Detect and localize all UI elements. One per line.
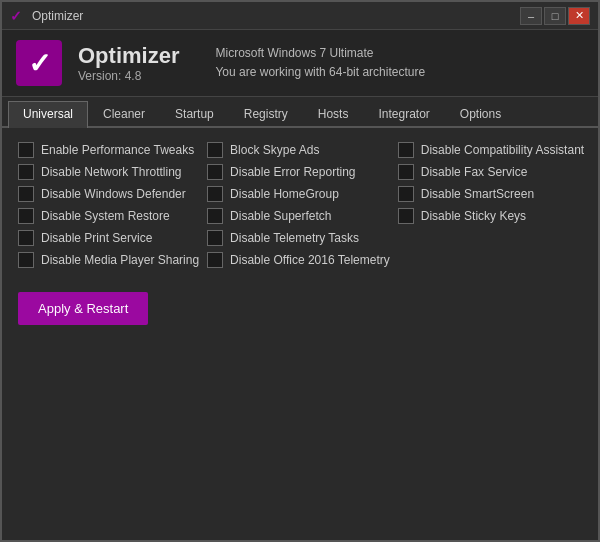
option-media-share[interactable]: Disable Media Player Sharing: [18, 252, 199, 268]
content-area: Enable Performance Tweaks Block Skype Ad…: [2, 128, 598, 540]
options-grid: Enable Performance Tweaks Block Skype Ad…: [18, 142, 582, 268]
label-smartscreen: Disable SmartScreen: [421, 187, 534, 201]
option-superfetch[interactable]: Disable Superfetch: [207, 208, 390, 224]
app-version: Version: 4.8: [78, 69, 179, 83]
label-compat-asst: Disable Compatibility Assistant: [421, 143, 584, 157]
label-office-tel: Disable Office 2016 Telemetry: [230, 253, 390, 267]
option-win-defender[interactable]: Disable Windows Defender: [18, 186, 199, 202]
tab-bar: Universal Cleaner Startup Registry Hosts…: [2, 97, 598, 128]
checkbox-sys-restore[interactable]: [18, 208, 34, 224]
tab-integrator[interactable]: Integrator: [363, 101, 444, 126]
label-media-share: Disable Media Player Sharing: [41, 253, 199, 267]
title-bar-buttons: – □ ✕: [520, 7, 590, 25]
checkbox-error-rep[interactable]: [207, 164, 223, 180]
tab-registry[interactable]: Registry: [229, 101, 303, 126]
option-telemetry[interactable]: Disable Telemetry Tasks: [207, 230, 390, 246]
option-smartscreen[interactable]: Disable SmartScreen: [398, 186, 584, 202]
option-error-rep[interactable]: Disable Error Reporting: [207, 164, 390, 180]
label-homegroup: Disable HomeGroup: [230, 187, 339, 201]
title-bar-left: ✓ Optimizer: [10, 8, 83, 24]
checkbox-skype-ads[interactable]: [207, 142, 223, 158]
label-print-svc: Disable Print Service: [41, 231, 152, 245]
option-sticky-keys[interactable]: Disable Sticky Keys: [398, 208, 584, 224]
option-print-svc[interactable]: Disable Print Service: [18, 230, 199, 246]
label-fax-svc: Disable Fax Service: [421, 165, 528, 179]
tab-universal[interactable]: Universal: [8, 101, 88, 128]
checkmark-icon: ✓: [28, 47, 51, 80]
option-compat-asst[interactable]: Disable Compatibility Assistant: [398, 142, 584, 158]
checkbox-smartscreen[interactable]: [398, 186, 414, 202]
app-name: Optimizer: [78, 43, 179, 69]
header: ✓ Optimizer Version: 4.8 Microsoft Windo…: [2, 30, 598, 97]
close-button[interactable]: ✕: [568, 7, 590, 25]
checkbox-office-tel[interactable]: [207, 252, 223, 268]
checkbox-win-defender[interactable]: [18, 186, 34, 202]
label-sticky-keys: Disable Sticky Keys: [421, 209, 526, 223]
checkbox-telemetry[interactable]: [207, 230, 223, 246]
option-homegroup[interactable]: Disable HomeGroup: [207, 186, 390, 202]
label-skype-ads: Block Skype Ads: [230, 143, 319, 157]
option-perf-tweaks[interactable]: Enable Performance Tweaks: [18, 142, 199, 158]
header-info: Microsoft Windows 7 Ultimate You are wor…: [215, 44, 425, 82]
title-bar-icon: ✓: [10, 8, 26, 24]
main-window: ✓ Optimizer – □ ✕ ✓ Optimizer Version: 4…: [0, 0, 600, 542]
title-bar-text: Optimizer: [32, 9, 83, 23]
option-office-tel[interactable]: Disable Office 2016 Telemetry: [207, 252, 390, 268]
tab-hosts[interactable]: Hosts: [303, 101, 364, 126]
checkbox-print-svc[interactable]: [18, 230, 34, 246]
option-net-throttle[interactable]: Disable Network Throttling: [18, 164, 199, 180]
checkbox-perf-tweaks[interactable]: [18, 142, 34, 158]
option-sys-restore[interactable]: Disable System Restore: [18, 208, 199, 224]
checkbox-fax-svc[interactable]: [398, 164, 414, 180]
label-error-rep: Disable Error Reporting: [230, 165, 355, 179]
label-superfetch: Disable Superfetch: [230, 209, 331, 223]
app-logo: ✓: [16, 40, 62, 86]
header-title-block: Optimizer Version: 4.8: [78, 43, 179, 83]
tab-cleaner[interactable]: Cleaner: [88, 101, 160, 126]
title-bar: ✓ Optimizer – □ ✕: [2, 2, 598, 30]
checkbox-compat-asst[interactable]: [398, 142, 414, 158]
minimize-button[interactable]: –: [520, 7, 542, 25]
label-net-throttle: Disable Network Throttling: [41, 165, 182, 179]
os-info: Microsoft Windows 7 Ultimate: [215, 44, 425, 63]
apply-restart-button[interactable]: Apply & Restart: [18, 292, 148, 325]
checkbox-homegroup[interactable]: [207, 186, 223, 202]
checkbox-sticky-keys[interactable]: [398, 208, 414, 224]
option-fax-svc[interactable]: Disable Fax Service: [398, 164, 584, 180]
label-sys-restore: Disable System Restore: [41, 209, 170, 223]
checkbox-superfetch[interactable]: [207, 208, 223, 224]
checkbox-media-share[interactable]: [18, 252, 34, 268]
maximize-button[interactable]: □: [544, 7, 566, 25]
label-win-defender: Disable Windows Defender: [41, 187, 186, 201]
label-telemetry: Disable Telemetry Tasks: [230, 231, 359, 245]
tab-options[interactable]: Options: [445, 101, 516, 126]
option-skype-ads[interactable]: Block Skype Ads: [207, 142, 390, 158]
arch-info: You are working with 64-bit architecture: [215, 63, 425, 82]
tab-startup[interactable]: Startup: [160, 101, 229, 126]
label-perf-tweaks: Enable Performance Tweaks: [41, 143, 194, 157]
checkbox-net-throttle[interactable]: [18, 164, 34, 180]
